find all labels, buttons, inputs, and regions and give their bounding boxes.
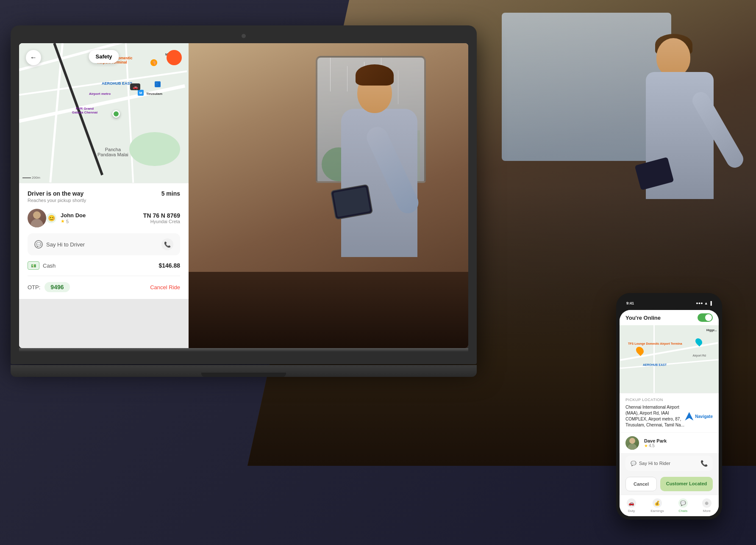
safety-button[interactable]: Safety [89,50,119,63]
car-console [189,272,468,348]
navigate-label: Navigate [695,414,713,419]
cancel-ride-button[interactable]: Cancel Ride [150,284,180,290]
otp-label: OTP: [28,284,40,290]
map-green-area [129,132,180,166]
map-label-metro: Airport metro [89,92,111,96]
vehicle-info: TN 76 N 8769 Hyundai Creta [143,212,180,224]
driver-name-rating: John Doe ★ 5 [61,212,86,224]
map-pickup-pin [112,110,120,118]
wifi-icon: ▲ [704,301,708,305]
say-hi-driver-button[interactable]: 💬 Say Hi to Driver [34,240,85,249]
payment-method: 💵 Cash [28,261,56,270]
more-icon: ⊕ [702,498,712,508]
say-hi-driver-label: Say Hi to Driver [46,241,85,248]
back-button[interactable]: ← [26,50,41,65]
driver-emoji: 😊 [45,212,57,224]
driver-map-tfs-label: TFS Lounge Domestic Airport Termina [628,342,682,345]
rider-name-section: Dave Park ★ 4.5 [644,438,667,448]
chats-icon: 💬 [678,498,688,508]
ride-info-panel: Driver is on the way Reaches your pickup… [19,183,189,299]
duty-label: Duty [628,509,635,513]
mobile-status-bar: 9:41 ●●● ▲ ▐ [620,296,719,310]
rider-rating-value: 4.5 [649,443,655,448]
customer-located-button[interactable]: Customer Located [660,477,713,491]
map-label-pvr: PVR GrandGalada Chennai [66,107,104,114]
rider-name: Dave Park [644,438,667,443]
mobile-device: 9:41 ●●● ▲ ▐ You're Online [616,293,722,520]
avatar-head [33,211,41,219]
laptop-bezel: TFS Lounge DomesticAirport Terminal AERO… [11,25,477,364]
chats-label: Chats [678,509,687,513]
mobile-frame: 9:41 ●●● ▲ ▐ You're Online [616,293,722,520]
driver-status-subtitle: Reaches your pickup shortly [28,198,86,203]
photo-content [189,43,468,348]
vehicle-model: Hyundai Creta [143,219,180,224]
driver-status-row: Driver is on the way Reaches your pickup… [28,190,180,203]
pickup-address: Chennai International Airport (MAA), Air… [625,404,685,428]
driver-app-screen: You're Online TFS Lounge Domestic Airpor… [620,310,719,516]
map-airport-label: Airport Rd [692,354,706,357]
driver-status-title: Driver is on the way [28,190,86,197]
status-icons: ●●● ▲ ▐ [696,301,712,305]
otp-section: OTP: 9496 [28,282,70,292]
rider-info-row: Dave Park ★ 4.5 [620,432,719,453]
otp-row: OTP: 9496 Cancel Ride [28,282,180,292]
chat-action-row: 💬 Say Hi to Driver 📞 [28,233,180,255]
nav-more[interactable]: ⊕ More [702,498,712,513]
laptop-hinge [19,348,468,351]
say-hi-rider-button[interactable]: 💬 Say Hi to Rider [631,461,670,466]
driver-avatar [28,209,46,227]
say-hi-chat-icon: 💬 [631,461,636,466]
map-aero-icon: 🔵 [155,81,161,87]
pickup-section: Pickup Location Chennai International Ai… [620,393,719,432]
laptop-camera [242,34,246,38]
rider-avatar [625,436,639,450]
nav-earnings[interactable]: 💰 Earnings [650,498,664,513]
payment-row: 💵 Cash $146.88 [28,261,180,276]
map-metro-icon: M [138,90,144,96]
more-label: More [703,509,711,513]
app-header-title: You're Online [625,315,661,321]
driver-rating: ★ 5 [61,219,86,224]
star-icon: ★ [61,219,65,224]
eta-badge: 5 mins [161,190,180,197]
nav-chats[interactable]: 💬 Chats [678,498,688,513]
profile-button[interactable] [167,50,182,65]
driver-app-header: You're Online [620,310,719,325]
navigate-row: Chennai International Airport (MAA), Air… [625,404,713,428]
nav-duty[interactable]: 🚗 Duty [627,498,636,513]
earnings-label: Earnings [650,509,664,513]
map-label-tirusulam: Tirusulam [146,92,162,96]
map-panel: TFS Lounge DomesticAirport Terminal AERO… [19,43,189,348]
star-icon: ★ [644,443,648,448]
vehicle-plate: TN 76 N 8769 [143,212,180,219]
driver-info-row: 😊 John Doe ★ 5 [28,209,180,227]
status-time: 9:41 [626,301,634,305]
driver-map: TFS Lounge Domestic Airport Termina AERO… [620,325,719,393]
duty-icon: 🚗 [627,498,636,508]
map-higge-label: Higge... [706,329,717,332]
phone-button[interactable]: 📞 [161,238,173,250]
person-head [656,38,690,76]
driver-map-pin-orange [634,345,645,356]
driver-map-aero-label: AEROHUB EAST [643,363,667,366]
driver-map-road-v [653,325,655,393]
online-toggle[interactable] [698,313,713,322]
cash-icon: 💵 [28,261,39,270]
map-road [19,84,185,123]
say-hi-rider-label: Say Hi to Rider [639,461,670,466]
rider-phone-button[interactable]: 📞 [700,460,708,467]
rider-rating: ★ 4.5 [644,443,667,448]
map-food-icon: 🍕 [150,59,157,66]
driver-name: John Doe [61,212,86,219]
otp-badge: 9496 [44,282,69,292]
cancel-button[interactable]: Cancel [625,477,657,491]
map-car-marker: 🚗 [130,83,140,90]
map-area: TFS Lounge DomesticAirport Terminal AERO… [19,43,189,183]
navigate-button[interactable]: Navigate [685,412,713,421]
driver-profile-left: 😊 John Doe ★ 5 [28,209,86,227]
signal-icon: ●●● [696,301,703,305]
bottom-navigation: 🚗 Duty 💰 Earnings 💬 Chats ⊕ More [620,495,719,516]
say-hi-rider-row: 💬 Say Hi to Rider 📞 [625,456,713,471]
chat-icon: 💬 [34,240,43,249]
